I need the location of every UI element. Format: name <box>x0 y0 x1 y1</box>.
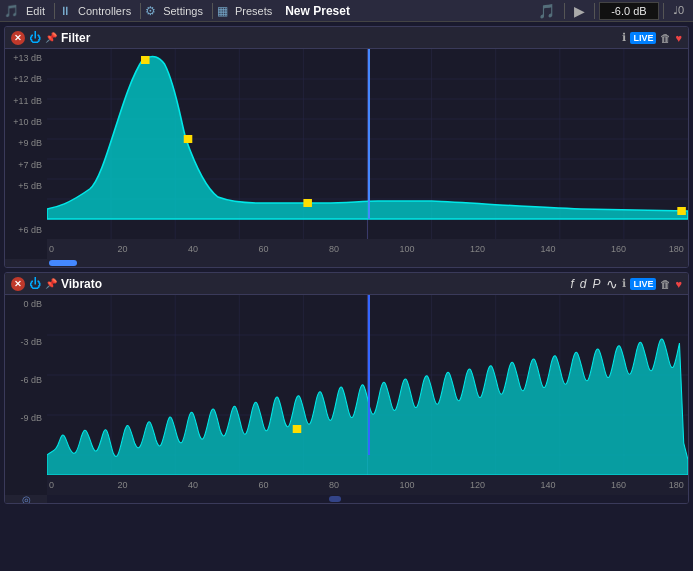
filter-db-labels: +13 dB +12 dB +11 dB +10 dB +9 dB +7 dB … <box>5 49 47 239</box>
vibrato-scroll-icon: ◎ <box>5 495 47 503</box>
filter-header-left: ✕ ⏻ 📌 Filter <box>11 31 618 45</box>
filter-time-40: 40 <box>188 244 198 254</box>
filter-scroll-thumb[interactable] <box>49 260 77 266</box>
filter-time-140: 140 <box>541 244 556 254</box>
sep6 <box>663 3 664 19</box>
vibrato-scrollbar[interactable]: ◎ <box>5 495 688 503</box>
vibrato-playhead <box>368 295 370 455</box>
filter-time-60: 60 <box>259 244 269 254</box>
db-label-5: +5 dB <box>7 181 45 191</box>
menu-presets[interactable]: Presets <box>230 3 277 19</box>
vibrato-time-180: 180 <box>669 480 684 490</box>
filter-cp3[interactable] <box>303 199 312 207</box>
sep2 <box>140 3 141 19</box>
controllers-icon: ⏸ <box>59 4 71 18</box>
sep1 <box>54 3 55 19</box>
filter-panel: ✕ ⏻ 📌 Filter ℹ LIVE 🗑 ♥ +13 dB +12 dB +1… <box>4 26 689 268</box>
db-label-10: +10 dB <box>7 117 45 127</box>
filter-info-button[interactable]: ℹ <box>622 31 626 44</box>
filter-panel-title: Filter <box>61 31 90 45</box>
vibrato-cp1[interactable] <box>293 425 302 433</box>
menu-bar: 🎵 Edit ⏸ Controllers ⚙ Settings ▦ Preset… <box>0 0 693 22</box>
filter-time-0: 0 <box>49 244 54 254</box>
vibrato-scroll-track[interactable] <box>47 495 688 503</box>
filter-live-badge: LIVE <box>630 32 656 44</box>
vibrato-db-labels: 0 dB -3 dB -6 dB -9 dB <box>5 295 47 475</box>
vibrato-panel-header: ✕ ⏻ 📌 Vibrato f d P ∿ ℹ LIVE 🗑 ♥ <box>5 273 688 295</box>
filter-close-button[interactable]: ✕ <box>11 31 25 45</box>
note-display: ♩0 <box>668 2 689 19</box>
filter-power-button[interactable]: ⏻ <box>29 31 41 45</box>
vibrato-close-button[interactable]: ✕ <box>11 277 25 291</box>
filter-time-axis: 0 20 40 60 80 100 120 140 160 180 <box>47 239 688 259</box>
edit-icon: 🎵 <box>4 4 19 18</box>
panels-container: ✕ ⏻ 📌 Filter ℹ LIVE 🗑 ♥ +13 dB +12 dB +1… <box>0 22 693 508</box>
vibrato-header-left: ✕ ⏻ 📌 Vibrato <box>11 277 562 291</box>
vibrato-time-40: 40 <box>188 480 198 490</box>
filter-panel-header: ✕ ⏻ 📌 Filter ℹ LIVE 🗑 ♥ <box>5 27 688 49</box>
vibrato-time-0: 0 <box>49 480 54 490</box>
play-button[interactable]: ▶ <box>569 1 590 21</box>
filter-chart-area[interactable]: +13 dB +12 dB +11 dB +10 dB +9 dB +7 dB … <box>5 49 688 259</box>
vibrato-function-icons: f d P ∿ <box>566 276 618 292</box>
vibrato-heart-button[interactable]: ♥ <box>675 278 682 290</box>
midi-icon[interactable]: 🎵 <box>533 1 560 21</box>
vibrato-pin-button[interactable]: 📌 <box>45 278 57 289</box>
menu-controllers[interactable]: Controllers <box>73 3 136 19</box>
vibrato-power-button[interactable]: ⏻ <box>29 277 41 291</box>
vibrato-time-100: 100 <box>400 480 415 490</box>
vibrato-chart-area[interactable]: 0 dB -3 dB -6 dB -9 dB <box>5 295 688 495</box>
filter-heart-button[interactable]: ♥ <box>675 32 682 44</box>
vibrato-header-right: ℹ LIVE 🗑 ♥ <box>622 277 682 290</box>
db-label-m6: +6 dB <box>7 225 45 235</box>
menu-settings[interactable]: Settings <box>158 3 208 19</box>
vibrato-live-badge: LIVE <box>630 278 656 290</box>
sep3 <box>212 3 213 19</box>
filter-trash-button[interactable]: 🗑 <box>660 32 671 44</box>
db-label-13: +13 dB <box>7 53 45 63</box>
vibrato-scroll-thumb[interactable] <box>329 496 341 502</box>
presets-icon: ▦ <box>217 4 228 18</box>
filter-cp1[interactable] <box>184 135 193 143</box>
vibrato-panel: ✕ ⏻ 📌 Vibrato f d P ∿ ℹ LIVE 🗑 ♥ 0 dB <box>4 272 689 504</box>
vibrato-panel-title: Vibrato <box>61 277 102 291</box>
vibrato-time-160: 160 <box>611 480 626 490</box>
filter-scroll-track[interactable] <box>47 259 688 267</box>
preset-name: New Preset <box>279 2 356 20</box>
vibrato-db-m6: -6 dB <box>7 375 45 385</box>
vibrato-time-80: 80 <box>329 480 339 490</box>
filter-svg-container <box>47 49 688 239</box>
vibrato-svg-container <box>47 295 688 475</box>
volume-display[interactable]: -6.0 dB <box>599 2 659 20</box>
vibrato-db-0: 0 dB <box>7 299 45 309</box>
db-label-9: +9 dB <box>7 138 45 148</box>
filter-playhead <box>368 49 370 219</box>
filter-cp4[interactable] <box>677 207 686 215</box>
vibrato-db-m3: -3 dB <box>7 337 45 347</box>
db-label-7: +7 dB <box>7 160 45 170</box>
vibrato-wave-button[interactable]: ∿ <box>606 276 618 292</box>
db-label-12: +12 dB <box>7 74 45 84</box>
filter-time-180: 180 <box>669 244 684 254</box>
vibrato-p-button[interactable]: P <box>592 277 600 291</box>
vibrato-info-button[interactable]: ℹ <box>622 277 626 290</box>
filter-scrollbar[interactable] <box>5 259 688 267</box>
filter-pin-button[interactable]: 📌 <box>45 32 57 43</box>
vibrato-trash-button[interactable]: 🗑 <box>660 278 671 290</box>
settings-icon: ⚙ <box>145 4 156 18</box>
vibrato-time-140: 140 <box>541 480 556 490</box>
vibrato-time-axis: 0 20 40 60 80 100 120 140 160 180 <box>47 475 688 495</box>
menu-edit[interactable]: Edit <box>21 3 50 19</box>
filter-time-80: 80 <box>329 244 339 254</box>
filter-time-100: 100 <box>400 244 415 254</box>
vibrato-d-button[interactable]: d <box>580 277 587 291</box>
vibrato-db-m9: -9 dB <box>7 413 45 423</box>
vibrato-time-60: 60 <box>259 480 269 490</box>
vibrato-f-button[interactable]: f <box>570 277 573 291</box>
vibrato-time-120: 120 <box>470 480 485 490</box>
filter-cp2[interactable] <box>141 56 150 64</box>
filter-time-160: 160 <box>611 244 626 254</box>
db-label-11: +11 dB <box>7 96 45 106</box>
filter-time-120: 120 <box>470 244 485 254</box>
vibrato-time-20: 20 <box>118 480 128 490</box>
